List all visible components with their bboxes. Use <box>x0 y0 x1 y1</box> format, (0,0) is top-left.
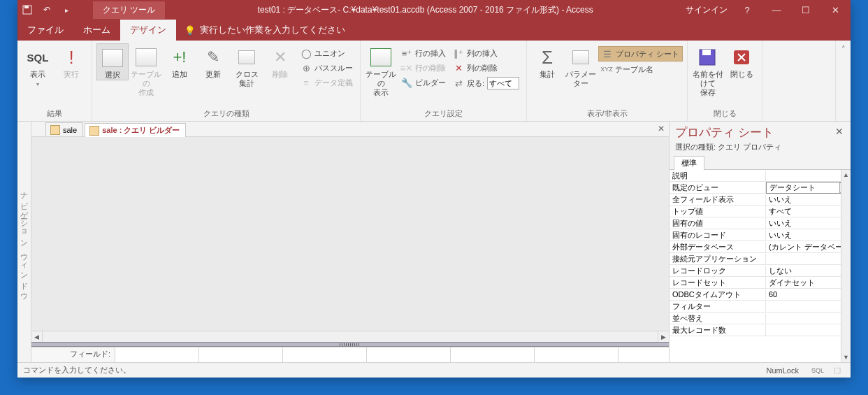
property-value[interactable]: いいえ <box>766 230 851 240</box>
tab-builder-label: sale : クエリ ビルダー <box>102 125 180 136</box>
update-button[interactable]: ✎ 更新 <box>197 43 229 79</box>
tell-me-search[interactable]: 💡 実行したい作業を入力してください <box>176 20 354 41</box>
save-icon[interactable] <box>22 4 33 15</box>
maximize-button[interactable]: ☐ <box>796 0 816 20</box>
property-row[interactable]: 説明 <box>670 170 851 182</box>
scroll-up-icon[interactable]: ▲ <box>843 171 849 178</box>
passthrough-button[interactable]: ⊕パススルー <box>298 61 356 75</box>
append-button[interactable]: +! 追加 <box>164 43 196 79</box>
passthrough-icon: ⊕ <box>301 62 312 73</box>
datasheet-icon <box>50 125 60 135</box>
return-rows-control[interactable]: ⇄戻る: <box>450 76 522 91</box>
parameters-label: パラメーター <box>565 70 597 88</box>
quick-access-toolbar: ↶ ▸ <box>17 4 76 15</box>
tab-design[interactable]: デザイン <box>120 20 176 41</box>
property-sheet-close-icon[interactable]: ✕ <box>832 124 846 138</box>
return-rows-input[interactable] <box>487 77 519 89</box>
property-row[interactable]: ODBCタイムアウト60 <box>670 289 851 301</box>
property-name: 最大レコード数 <box>670 325 766 336</box>
minimize-button[interactable]: — <box>767 0 786 20</box>
property-value[interactable]: ダイナセット <box>766 278 851 288</box>
tab-sale-query-builder[interactable]: sale : クエリ ビルダー <box>85 123 186 137</box>
lightbulb-icon: 💡 <box>185 25 196 36</box>
grid-cell[interactable] <box>115 347 199 362</box>
property-row[interactable]: 並べ替え <box>670 313 851 324</box>
select-query-button[interactable]: 選択 <box>96 43 129 80</box>
pane-splitter[interactable] <box>31 342 669 347</box>
query-canvas[interactable]: ◀ ▶ <box>31 137 669 342</box>
ribbon-tabs: ファイル ホーム デザイン 💡 実行したい作業を入力してください <box>17 20 851 41</box>
property-sheet-button[interactable]: ☰プロパティ シート <box>598 46 683 62</box>
close-document-icon[interactable]: ✕ <box>658 124 665 134</box>
property-row[interactable]: レコードロックしない <box>670 265 851 277</box>
scroll-down-icon[interactable]: ▼ <box>843 354 849 361</box>
property-value[interactable]: (カレント データベー <box>766 242 851 252</box>
property-value[interactable]: 60 <box>766 290 851 299</box>
close-button[interactable]: ✕ <box>825 0 845 20</box>
tab-sale-datasheet[interactable]: sale <box>45 122 83 136</box>
scroll-left-icon[interactable]: ◀ <box>31 331 43 342</box>
close-object-button[interactable]: 閉じる <box>725 43 758 79</box>
property-row[interactable]: 最大レコード数 <box>670 324 851 336</box>
query-design-grid[interactable]: フィールド: <box>31 347 669 362</box>
property-row[interactable]: 外部データベース(カレント データベー <box>670 241 851 253</box>
show-table-button[interactable]: テーブルの 表示 <box>365 43 397 98</box>
run-button[interactable]: ! 実行 <box>55 43 87 79</box>
property-name: 既定のビュー <box>670 182 766 193</box>
scroll-right-icon[interactable]: ▶ <box>658 331 669 342</box>
delete-query-button[interactable]: ✕ 削除 <box>264 43 296 79</box>
property-value[interactable]: しない <box>766 266 851 276</box>
save-as-icon <box>697 46 719 69</box>
group-label-close: 閉じる <box>692 107 758 121</box>
property-value[interactable]: いいえ <box>766 194 851 205</box>
navigation-pane-collapsed[interactable]: ナビゲーション ウィンドウ <box>17 122 31 362</box>
grid-cell[interactable] <box>535 347 619 362</box>
delete-col-button[interactable]: ✕列の削除 <box>450 61 522 75</box>
sql-view-icon: SQL <box>27 46 49 69</box>
property-name: トップ値 <box>670 206 766 217</box>
tab-home[interactable]: ホーム <box>73 20 120 41</box>
horizontal-scrollbar[interactable]: ◀ ▶ <box>31 331 669 342</box>
property-row[interactable]: 接続元アプリケーション <box>670 253 851 265</box>
union-button[interactable]: ◯ユニオン <box>298 46 356 60</box>
save-as-button[interactable]: 名前を付けて 保存 <box>692 43 724 98</box>
insert-row-button[interactable]: ≡⁺行の挿入 <box>398 46 449 60</box>
property-value[interactable]: いいえ <box>766 218 851 229</box>
design-view-shortcut[interactable]: ⬚ <box>830 365 845 376</box>
property-row[interactable]: トップ値すべて <box>670 206 851 217</box>
tab-file[interactable]: ファイル <box>17 20 73 41</box>
property-scrollbar[interactable]: ▲▼ <box>841 170 851 362</box>
property-row[interactable]: レコードセットダイナセット <box>670 277 851 289</box>
grid-cell[interactable] <box>283 347 367 362</box>
undo-icon[interactable]: ↶ <box>41 4 52 15</box>
property-value[interactable]: すべて <box>766 206 851 217</box>
property-row[interactable]: 全フィールド表示いいえ <box>670 194 851 206</box>
property-row[interactable]: フィルター <box>670 301 851 313</box>
delete-row-button[interactable]: ≡✕行の削除 <box>398 61 449 75</box>
property-value[interactable]: データシート▾ <box>766 182 851 194</box>
redo-icon[interactable]: ▸ <box>61 4 72 15</box>
datadef-label: データ定義 <box>314 78 353 88</box>
signin-link[interactable]: サインイン <box>686 4 728 16</box>
grid-cell[interactable] <box>199 347 283 362</box>
insert-col-button[interactable]: ∥⁺列の挿入 <box>450 46 522 60</box>
collapse-ribbon-button[interactable]: ˄ <box>835 41 851 121</box>
totals-button[interactable]: Σ 集計 <box>531 43 563 79</box>
property-name: フィルター <box>670 301 766 312</box>
datadef-button[interactable]: ≡データ定義 <box>298 76 356 89</box>
table-names-button[interactable]: XYZテーブル名 <box>598 62 683 76</box>
grid-cell[interactable] <box>451 347 535 362</box>
property-tab-general[interactable]: 標準 <box>674 156 704 170</box>
help-icon[interactable]: ? <box>737 0 757 20</box>
property-row[interactable]: 固有のレコードいいえ <box>670 229 851 241</box>
grid-cell[interactable] <box>367 347 451 362</box>
crosstab-button[interactable]: クロス 集計 <box>231 43 263 88</box>
parameters-button[interactable]: パラメーター <box>565 43 597 88</box>
ribbon-group-query-setup: テーブルの 表示 ≡⁺行の挿入 ≡✕行の削除 🔧ビルダー ∥⁺列の挿入 ✕列の削… <box>361 41 527 121</box>
make-table-button[interactable]: テーブルの 作成 <box>130 43 162 98</box>
sql-view-shortcut[interactable]: SQL <box>810 365 825 376</box>
property-row[interactable]: 固有の値いいえ <box>670 217 851 229</box>
view-button[interactable]: SQL 表示▾ <box>22 43 54 88</box>
property-row[interactable]: 既定のビューデータシート▾ <box>670 182 851 194</box>
builder-button[interactable]: 🔧ビルダー <box>398 76 449 89</box>
